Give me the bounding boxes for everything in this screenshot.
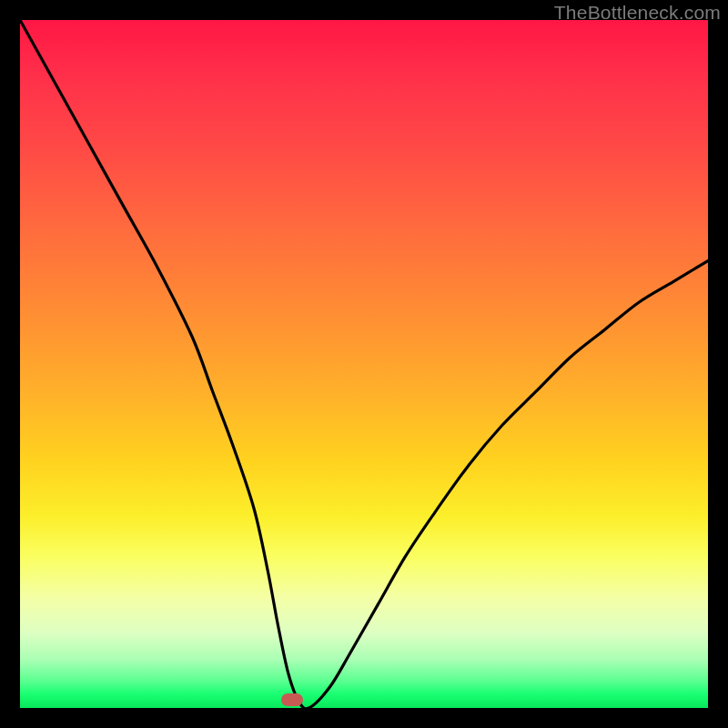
chart-frame: TheBottleneck.com xyxy=(0,0,728,728)
watermark-text: TheBottleneck.com xyxy=(554,2,721,24)
optimum-marker xyxy=(281,693,303,706)
bottleneck-curve xyxy=(20,20,708,708)
plot-area xyxy=(20,20,708,708)
